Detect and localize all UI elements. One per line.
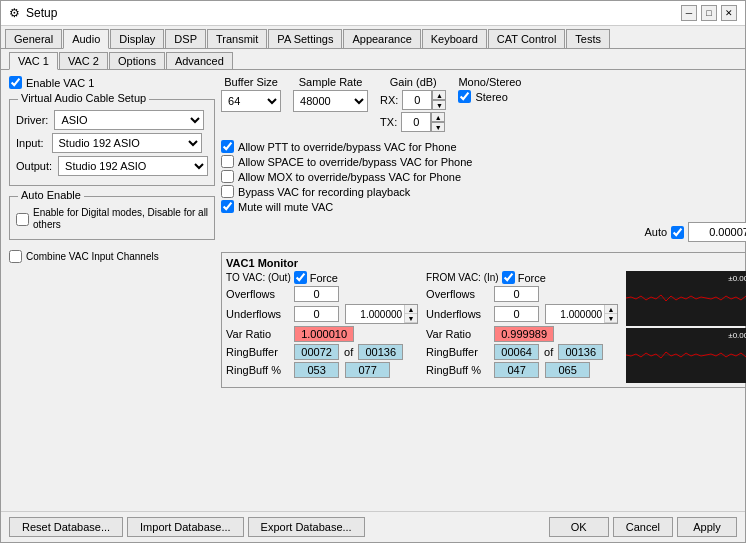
tab-audio[interactable]: Audio bbox=[63, 29, 109, 49]
maximize-button[interactable]: □ bbox=[701, 5, 717, 21]
tab-advanced[interactable]: Advanced bbox=[166, 52, 233, 69]
buffer-size-select[interactable]: 64 bbox=[221, 90, 281, 112]
enable-vac1-checkbox[interactable] bbox=[9, 76, 22, 89]
rx-spinbox: ▲ ▼ bbox=[402, 90, 446, 110]
digital-modes-checkbox[interactable] bbox=[16, 213, 29, 226]
close-button[interactable]: ✕ bbox=[721, 5, 737, 21]
vac-setup-group: Virtual Audio Cable Setup Driver: ASIO I… bbox=[9, 99, 215, 186]
tab-pa-settings[interactable]: PA Settings bbox=[268, 29, 342, 48]
ringbuffer-in-row: RingBuffer 00064 of 00136 bbox=[426, 344, 618, 360]
content-area: Enable VAC 1 Virtual Audio Cable Setup D… bbox=[1, 70, 745, 511]
rx-down[interactable]: ▼ bbox=[432, 100, 446, 110]
underflows-out-row: Underflows 0 ▲ ▼ bbox=[226, 304, 418, 324]
force-out-checkbox[interactable] bbox=[294, 271, 307, 284]
gain-label: Gain (dB) bbox=[380, 76, 446, 88]
auto-checkbox[interactable] bbox=[671, 226, 684, 239]
speed-in-down[interactable]: ▼ bbox=[605, 314, 617, 323]
mid-column: Buffer Size 64 Sample Rate 48000 bbox=[221, 76, 746, 505]
speed-in-up[interactable]: ▲ bbox=[605, 305, 617, 314]
to-vac-label: TO VAC: (Out) bbox=[226, 272, 291, 283]
ringbuffer-out-val1: 00072 bbox=[294, 344, 339, 360]
force-out-label: Force bbox=[310, 272, 338, 284]
sub-tabs: VAC 1 VAC 2 Options Advanced bbox=[1, 49, 745, 70]
var-ratio-in-label: Var Ratio bbox=[426, 328, 491, 340]
sample-rate-select[interactable]: 48000 bbox=[293, 90, 368, 112]
left-column: Enable VAC 1 Virtual Audio Cable Setup D… bbox=[9, 76, 215, 505]
tab-cat-control[interactable]: CAT Control bbox=[488, 29, 566, 48]
speed-in-input[interactable] bbox=[546, 305, 604, 323]
ok-button[interactable]: OK bbox=[549, 517, 609, 537]
to-vac-col: TO VAC: (Out) Force Overflows 0 Underflo… bbox=[226, 271, 418, 383]
bottom-right: OK Cancel Apply bbox=[549, 517, 737, 537]
allow-ptt-checkbox[interactable] bbox=[221, 140, 234, 153]
tab-transmit[interactable]: Transmit bbox=[207, 29, 267, 48]
force-in-checkbox[interactable] bbox=[502, 271, 515, 284]
bypass-vac-row: Bypass VAC for recording playback bbox=[221, 185, 746, 198]
apply-button[interactable]: Apply bbox=[677, 517, 737, 537]
rx-up[interactable]: ▲ bbox=[432, 90, 446, 100]
ringbuff-in-row: RingBuff % 047 065 bbox=[426, 362, 618, 378]
allow-mox-label: Allow MOX to override/bypass VAC for Pho… bbox=[238, 171, 461, 183]
auto-enable-label: Auto Enable bbox=[18, 189, 84, 201]
tab-options[interactable]: Options bbox=[109, 52, 165, 69]
speed-in-btns: ▲ ▼ bbox=[604, 305, 617, 323]
mute-vac-checkbox[interactable] bbox=[221, 200, 234, 213]
svg-text:±0.000015: ±0.000015 bbox=[728, 331, 746, 340]
tab-display[interactable]: Display bbox=[110, 29, 164, 48]
tab-vac1[interactable]: VAC 1 bbox=[9, 52, 58, 70]
allow-mox-row: Allow MOX to override/bypass VAC for Pho… bbox=[221, 170, 746, 183]
bypass-vac-checkbox[interactable] bbox=[221, 185, 234, 198]
vac-setup-label: Virtual Audio Cable Setup bbox=[18, 92, 149, 104]
tab-tests[interactable]: Tests bbox=[566, 29, 610, 48]
tx-up[interactable]: ▲ bbox=[431, 112, 445, 122]
tab-appearance[interactable]: Appearance bbox=[343, 29, 420, 48]
rx-input[interactable] bbox=[402, 90, 432, 110]
overflows-in-label: Overflows bbox=[426, 288, 491, 300]
auto-value-input[interactable] bbox=[689, 223, 746, 241]
tx-spin-btns: ▲ ▼ bbox=[431, 112, 445, 132]
tab-keyboard[interactable]: Keyboard bbox=[422, 29, 487, 48]
tx-input[interactable] bbox=[401, 112, 431, 132]
waveform-out: ±0.000015 Out bbox=[626, 271, 746, 326]
tx-label: TX: bbox=[380, 116, 397, 128]
export-db-button[interactable]: Export Database... bbox=[248, 517, 365, 537]
bypass-vac-label: Bypass VAC for recording playback bbox=[238, 186, 410, 198]
output-select[interactable]: Studio 192 ASIO bbox=[58, 156, 208, 176]
cancel-button[interactable]: Cancel bbox=[613, 517, 673, 537]
tx-down[interactable]: ▼ bbox=[431, 122, 445, 132]
main-window: ⚙ Setup ─ □ ✕ General Audio Display DSP … bbox=[0, 0, 746, 543]
import-db-button[interactable]: Import Database... bbox=[127, 517, 244, 537]
stereo-checkbox[interactable] bbox=[458, 90, 471, 103]
reset-db-button[interactable]: Reset Database... bbox=[9, 517, 123, 537]
enable-vac1-row: Enable VAC 1 bbox=[9, 76, 215, 89]
allow-mox-checkbox[interactable] bbox=[221, 170, 234, 183]
tab-vac2[interactable]: VAC 2 bbox=[59, 52, 108, 69]
input-label: Input: bbox=[16, 137, 44, 149]
overflows-out-row: Overflows 0 bbox=[226, 286, 418, 302]
driver-select[interactable]: ASIO bbox=[54, 110, 204, 130]
rx-spin-btns: ▲ ▼ bbox=[432, 90, 446, 110]
auto-label: Auto bbox=[644, 226, 667, 238]
auto-row: Auto ▲ ▼ bbox=[221, 222, 746, 242]
minimize-button[interactable]: ─ bbox=[681, 5, 697, 21]
window-title: Setup bbox=[26, 6, 57, 20]
monitor-title: VAC1 Monitor bbox=[226, 257, 746, 269]
speed-out-up[interactable]: ▲ bbox=[405, 305, 417, 314]
mute-vac-label: Mute will mute VAC bbox=[238, 201, 333, 213]
bottom-bar: Reset Database... Import Database... Exp… bbox=[1, 511, 745, 542]
allow-space-row: Allow SPACE to override/bypass VAC for P… bbox=[221, 155, 746, 168]
force-in-label: Force bbox=[518, 272, 546, 284]
speed-out-down[interactable]: ▼ bbox=[405, 314, 417, 323]
combine-vac-checkbox[interactable] bbox=[9, 250, 22, 263]
auto-enable-group: Auto Enable Enable for Digital modes, Di… bbox=[9, 196, 215, 240]
tab-general[interactable]: General bbox=[5, 29, 62, 48]
gain-group: Gain (dB) RX: ▲ ▼ bbox=[380, 76, 446, 132]
tab-dsp[interactable]: DSP bbox=[165, 29, 206, 48]
svg-text:±0.000015: ±0.000015 bbox=[728, 274, 746, 283]
allow-space-checkbox[interactable] bbox=[221, 155, 234, 168]
speed-out-input[interactable] bbox=[346, 305, 404, 323]
sample-rate-label: Sample Rate bbox=[293, 76, 368, 88]
input-select[interactable]: Studio 192 ASIO bbox=[52, 133, 202, 153]
allow-ptt-row: Allow PTT to override/bypass VAC for Pho… bbox=[221, 140, 746, 153]
ringbuffer-out-label: RingBuffer bbox=[226, 346, 291, 358]
